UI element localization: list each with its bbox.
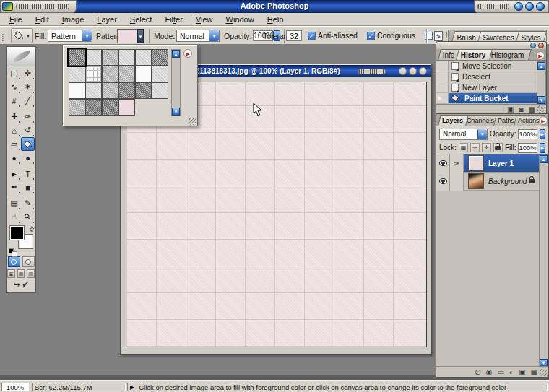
checkbox-box-icon[interactable]: ✓ xyxy=(308,32,316,40)
lock-position-icon[interactable]: ✛ xyxy=(482,143,491,152)
menu-help[interactable]: Help xyxy=(261,14,290,25)
pattern-picker-arrow-icon[interactable]: ▼ xyxy=(137,29,144,43)
link-well[interactable] xyxy=(450,173,464,191)
fullscreen-menubar-mode-button[interactable]: ▤ xyxy=(17,269,25,278)
pattern-swatch[interactable] xyxy=(118,66,135,82)
history-brush-source-well[interactable] xyxy=(436,93,449,103)
new-layer-button[interactable]: ▣ xyxy=(519,368,525,376)
pattern-swatch[interactable] xyxy=(69,49,85,66)
history-brush-source-well[interactable] xyxy=(436,61,449,71)
magic-wand-tool[interactable]: ✶ xyxy=(21,80,35,94)
history-item[interactable]: Paint Bucket xyxy=(436,93,546,104)
layer-group-button[interactable]: ▭ xyxy=(498,368,504,376)
eyedropper-tool[interactable]: ✎ xyxy=(21,196,35,210)
fill-arrow-icon[interactable]: ▶ xyxy=(540,143,545,153)
scroll-up-icon[interactable]: ▲ xyxy=(540,155,548,163)
layer-thumbnail[interactable] xyxy=(468,173,484,189)
layers-tab-layers[interactable]: Layers xyxy=(438,115,469,126)
edit-in-imageready-button[interactable]: ↪ xyxy=(13,280,20,289)
history-tab-histogram[interactable]: Histogram xyxy=(486,49,531,60)
close-button[interactable] xyxy=(536,2,545,11)
pattern-swatch-button[interactable] xyxy=(117,29,137,43)
history-item[interactable]: Move Selection xyxy=(436,61,546,71)
fill-select[interactable]: Pattern ▼ xyxy=(48,30,92,42)
history-brush-tool[interactable]: ↺ xyxy=(21,123,35,137)
menu-select[interactable]: Select xyxy=(124,14,159,25)
pattern-swatch[interactable] xyxy=(102,82,118,99)
maximize-button[interactable] xyxy=(525,2,534,11)
options-grip[interactable] xyxy=(2,30,4,43)
minimize-button[interactable] xyxy=(514,2,523,11)
tolerance-input[interactable] xyxy=(286,30,302,41)
history-scrollbar[interactable]: ▲ ▼ xyxy=(537,61,546,105)
pattern-swatch[interactable] xyxy=(152,82,168,99)
dropdown-arrow-icon[interactable]: ▼ xyxy=(209,30,219,41)
resize-grip[interactable] xyxy=(537,105,545,113)
rectangular-marquee-tool[interactable]: ▢ xyxy=(7,66,21,80)
menu-image[interactable]: Image xyxy=(56,14,91,25)
current-tool-button[interactable]: ▼ xyxy=(11,28,33,43)
pattern-swatch[interactable] xyxy=(85,66,102,82)
status-arrow-icon[interactable]: ▶ xyxy=(130,383,134,391)
menu-filter[interactable]: Filter xyxy=(158,14,189,25)
blur-tool[interactable]: ♦ xyxy=(7,151,21,165)
lock-transparency-icon[interactable]: ▦ xyxy=(459,143,468,152)
pattern-swatch[interactable] xyxy=(85,49,102,66)
visibility-toggle[interactable] xyxy=(436,173,450,191)
zoom-level-field[interactable]: 100% xyxy=(1,383,29,391)
resize-grip[interactable] xyxy=(540,369,548,376)
opacity-arrow-icon[interactable]: ▶ xyxy=(540,129,545,139)
dodge-tool[interactable]: ● xyxy=(21,151,35,165)
pattern-scrollbar[interactable]: ▲ ▼ xyxy=(171,49,181,116)
scroll-up-icon[interactable]: ▲ xyxy=(172,50,180,58)
imageready-check-icon[interactable]: ✔ xyxy=(22,280,29,289)
layer-row[interactable]: ✑Layer 1 xyxy=(436,154,548,173)
history-tab-history[interactable]: History xyxy=(456,49,493,60)
pattern-swatch[interactable] xyxy=(85,82,102,99)
fullscreen-mode-button[interactable]: ▥ xyxy=(27,269,35,278)
zoom-tool[interactable]: ⚲ xyxy=(21,210,35,224)
photoshop-app-icon[interactable] xyxy=(2,2,13,11)
default-colors-icon[interactable] xyxy=(9,248,14,253)
history-item[interactable]: New Layer xyxy=(436,82,546,93)
lock-all-icon[interactable] xyxy=(493,143,503,152)
link-well[interactable]: ✑ xyxy=(450,154,464,173)
layer-mask-button[interactable]: ◉ xyxy=(486,368,493,376)
lasso-tool[interactable]: ∿ xyxy=(7,80,21,94)
doc-close-button[interactable] xyxy=(419,67,427,75)
palette-close-button[interactable] xyxy=(538,43,544,48)
slice-tool[interactable]: ╱ xyxy=(21,94,35,108)
new-document-from-state-button[interactable]: ▣ xyxy=(507,105,514,113)
notes-tool[interactable]: ▤ xyxy=(7,196,21,210)
shape-tool[interactable]: ■ xyxy=(21,180,35,194)
resize-grip[interactable] xyxy=(189,118,196,125)
toolbox-logo[interactable] xyxy=(7,48,35,66)
pattern-swatch[interactable] xyxy=(118,49,135,66)
foreground-color-swatch[interactable] xyxy=(10,226,24,240)
paint-bucket-tool[interactable] xyxy=(21,137,35,151)
pattern-swatch[interactable] xyxy=(69,82,85,99)
eraser-tool[interactable]: ▱ xyxy=(7,137,21,151)
palette-header[interactable] xyxy=(436,42,546,49)
pattern-swatch[interactable] xyxy=(102,66,118,82)
layer-opacity-value[interactable]: 100% xyxy=(518,129,537,139)
menu-window[interactable]: Window xyxy=(220,14,261,25)
crop-tool[interactable]: # xyxy=(7,94,21,108)
pattern-swatch[interactable] xyxy=(85,99,102,116)
quick-mask-mode-button[interactable] xyxy=(22,256,35,267)
pattern-swatch[interactable] xyxy=(69,66,85,82)
standard-mode-button[interactable] xyxy=(8,256,20,267)
checkbox-box-icon[interactable]: ✓ xyxy=(367,32,375,40)
title-bar[interactable]: Adobe Photoshop xyxy=(0,0,549,13)
pattern-swatch[interactable] xyxy=(135,49,152,66)
pattern-swatch[interactable] xyxy=(102,49,118,66)
new-snapshot-button[interactable]: ◙ xyxy=(519,105,524,113)
hand-tool[interactable]: ☝ xyxy=(7,210,21,224)
dropdown-arrow-icon[interactable]: ▼ xyxy=(477,129,487,139)
pen-tool[interactable]: ✒ xyxy=(7,180,21,194)
menu-edit[interactable]: Edit xyxy=(29,14,56,25)
scroll-down-icon[interactable]: ▼ xyxy=(537,96,545,104)
dropdown-arrow-icon[interactable]: ▼ xyxy=(82,30,92,41)
visibility-toggle[interactable] xyxy=(436,154,450,173)
pattern-swatch[interactable] xyxy=(102,99,118,116)
